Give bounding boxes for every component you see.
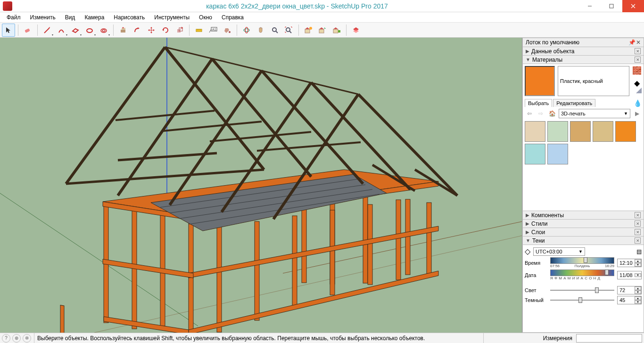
- panel-close-icon[interactable]: ✕: [635, 212, 641, 218]
- status-bar: ? ⊕ ✲ Выберите объекты. Воспользуйтесь к…: [0, 333, 644, 343]
- tool-eraser[interactable]: [21, 24, 34, 37]
- svg-line-70: [165, 47, 264, 170]
- svg-rect-26: [305, 29, 310, 33]
- date-input[interactable]: 11/08▼: [617, 271, 642, 279]
- material-category-select[interactable]: 3D-печать▼: [559, 109, 630, 118]
- panel-materials[interactable]: ▼Материалы ✕: [522, 56, 644, 64]
- measurements-input[interactable]: [576, 334, 642, 343]
- dark-slider[interactable]: [550, 296, 614, 304]
- viewport-3d[interactable]: [0, 38, 522, 333]
- home-icon[interactable]: 🏠: [547, 109, 557, 118]
- tool-move[interactable]: [145, 24, 158, 37]
- svg-rect-4: [25, 28, 30, 33]
- set-default-icon[interactable]: ◆: [634, 79, 640, 88]
- menu-tools[interactable]: Инструменты: [149, 13, 194, 22]
- svg-point-6: [101, 29, 107, 33]
- menu-edit[interactable]: Изменить: [25, 13, 60, 22]
- tool-tape[interactable]: [192, 24, 206, 37]
- panel-entity-info[interactable]: ▶Данные объекта ✕: [522, 47, 644, 56]
- panel-layers[interactable]: ▶Слои ✕: [522, 228, 644, 237]
- tool-select[interactable]: [2, 24, 15, 37]
- menu-file[interactable]: Файл: [2, 13, 25, 22]
- shadow-details-icon[interactable]: ▤: [636, 248, 642, 255]
- tool-zoom[interactable]: [268, 24, 281, 37]
- minimize-button[interactable]: [579, 0, 601, 12]
- svg-rect-44: [396, 200, 401, 280]
- timezone-select[interactable]: UTC+03:00▼: [533, 247, 585, 256]
- details-icon[interactable]: ▶: [632, 109, 642, 118]
- materials-tab-select[interactable]: Выбрать: [525, 99, 552, 107]
- svg-rect-30: [338, 30, 340, 33]
- svg-rect-40: [189, 211, 193, 333]
- credits-icon[interactable]: ✲: [23, 334, 31, 343]
- create-material-icon[interactable]: 🧱: [632, 66, 642, 75]
- material-swatch[interactable]: [593, 121, 613, 142]
- maximize-button[interactable]: [601, 0, 622, 12]
- panel-close-icon[interactable]: ✕: [635, 229, 641, 235]
- light-input[interactable]: 72▲▼: [617, 286, 642, 294]
- panel-components[interactable]: ▶Компоненты ✕: [522, 211, 644, 220]
- tool-rotate[interactable]: [159, 24, 172, 37]
- close-button[interactable]: [622, 0, 644, 12]
- tool-paint[interactable]: [221, 24, 234, 37]
- tool-pushpull[interactable]: [116, 24, 130, 37]
- tool-arc[interactable]: ▾: [55, 24, 68, 37]
- tool-scale[interactable]: [173, 24, 186, 37]
- material-swatch[interactable]: [615, 121, 636, 142]
- menu-camera[interactable]: Камера: [80, 13, 109, 22]
- panel-close-icon[interactable]: ✕: [635, 48, 641, 54]
- material-swatch[interactable]: [525, 144, 545, 164]
- nav-fwd-icon[interactable]: ⇨: [536, 109, 545, 118]
- svg-rect-8: [121, 30, 125, 33]
- material-swatch[interactable]: [547, 144, 568, 164]
- dark-input[interactable]: 45▲▼: [617, 296, 642, 304]
- materials-tab-edit[interactable]: Редактировать: [553, 99, 595, 107]
- pin-icon[interactable]: 📌: [629, 40, 634, 45]
- panel-close-icon[interactable]: ✕: [635, 237, 641, 244]
- eyedropper-icon[interactable]: 💧: [634, 99, 642, 107]
- menu-view[interactable]: Вид: [60, 13, 80, 22]
- time-input[interactable]: 12:10▲▼: [617, 259, 642, 267]
- material-swatch[interactable]: [525, 121, 545, 142]
- tool-line[interactable]: ▾: [41, 24, 54, 37]
- current-material-swatch[interactable]: [525, 66, 555, 96]
- shadow-toggle-icon[interactable]: ◇: [525, 247, 530, 256]
- svg-point-20: [244, 29, 249, 32]
- panel-close-icon[interactable]: ✕: [635, 57, 641, 63]
- menu-window[interactable]: Окно: [194, 13, 217, 22]
- menu-draw[interactable]: Нарисовать: [109, 13, 149, 22]
- tool-pan[interactable]: [254, 24, 267, 37]
- menu-help[interactable]: Справка: [217, 13, 248, 22]
- time-slider[interactable]: [550, 257, 614, 264]
- tool-zoom-extents[interactable]: [282, 24, 296, 37]
- tray-close-icon[interactable]: ✕: [636, 40, 641, 45]
- tool-layout[interactable]: [349, 24, 363, 37]
- tool-orbit[interactable]: [240, 24, 253, 37]
- tool-warehouse-get[interactable]: [302, 24, 315, 37]
- material-swatch[interactable]: [570, 121, 591, 142]
- shadows-panel-body: ◇ UTC+03:00▼ ▤ Время 07:56Полдень16:29 1…: [522, 245, 644, 333]
- tray-titlebar[interactable]: Лоток по умолчанию 📌✕: [522, 38, 644, 47]
- svg-line-78: [257, 142, 361, 151]
- material-name-input[interactable]: [558, 66, 629, 96]
- status-hint: Выберите объекты. Воспользуйтесь клавише…: [37, 335, 425, 342]
- panel-close-icon[interactable]: ✕: [635, 220, 641, 227]
- tool-text[interactable]: A1: [206, 24, 220, 37]
- geo-icon[interactable]: ⊕: [12, 334, 21, 343]
- tool-ext-warehouse[interactable]: [330, 24, 343, 37]
- svg-text:A1: A1: [212, 28, 216, 31]
- back-face-swatch[interactable]: [636, 88, 642, 93]
- nav-back-icon[interactable]: ⇦: [525, 109, 534, 118]
- svg-rect-49: [330, 210, 335, 295]
- tool-circle[interactable]: ▾: [83, 24, 96, 37]
- tool-rectangle[interactable]: ▾: [69, 24, 82, 37]
- date-slider[interactable]: [550, 270, 614, 276]
- help-icon[interactable]: ?: [2, 334, 10, 343]
- tool-offset[interactable]: [131, 24, 144, 37]
- panel-shadows[interactable]: ▼Тени ✕: [522, 237, 644, 245]
- light-slider[interactable]: [550, 286, 614, 294]
- tool-warehouse-share[interactable]: [316, 24, 329, 37]
- material-swatch[interactable]: [547, 121, 568, 142]
- tool-polygon[interactable]: ▾: [97, 24, 110, 37]
- panel-styles[interactable]: ▶Стили ✕: [522, 220, 644, 228]
